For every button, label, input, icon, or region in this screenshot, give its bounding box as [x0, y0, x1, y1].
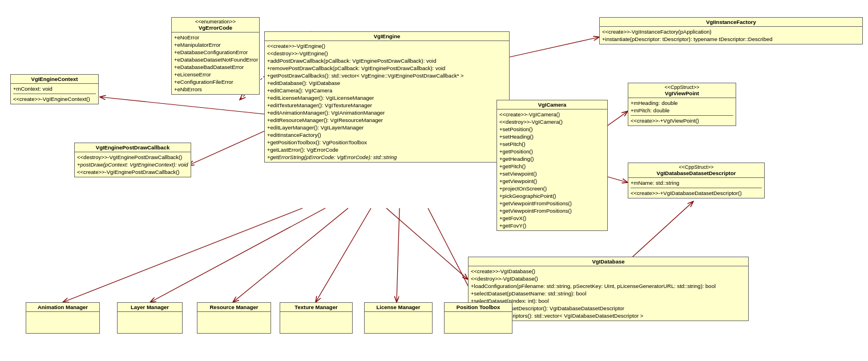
svg-line-3	[100, 97, 264, 114]
box-vgidatabasedatasetdescriptor-body: +mName: std::string <<create>>-+VgIDatab…	[628, 178, 764, 198]
svg-line-10	[63, 208, 302, 302]
box-vgienginepostdrawcallback: VgIEnginePostDrawCallback <<destroy>>-Vg…	[74, 143, 191, 177]
box-vgiinstancefactory-body: <<create>>-VgIInstanceFactory(pApplicati…	[600, 27, 862, 44]
svg-line-12	[233, 208, 348, 302]
box-texture-manager-body	[280, 312, 352, 314]
box-layer-manager-body	[118, 312, 182, 314]
box-resource-manager-title: Resource Manager	[197, 303, 271, 312]
box-vgienginecontext-body: +mContext: void <<create>>-VgIEngineCont…	[11, 84, 98, 104]
svg-line-5	[510, 37, 599, 57]
box-vgiviewpoint: <<CppStruct>> VgIViewPoint +mHeading: do…	[628, 83, 736, 126]
box-vgicamera-title: VgICamera	[497, 100, 607, 109]
box-vgerrorcode: <<enumeration>> VgErrorCode +eNoError +e…	[171, 17, 260, 95]
svg-line-4	[188, 131, 264, 165]
box-animation-manager-body	[26, 312, 99, 314]
box-license-manager: License Manager	[364, 302, 433, 334]
diagram-container: VgIEngine <<create>>-VgIEngine() <<destr…	[0, 0, 868, 361]
box-vgiengine-title: VgIEngine	[265, 32, 509, 41]
box-position-toolbox-body	[445, 312, 512, 314]
box-texture-manager: Texture Manager	[280, 302, 353, 334]
box-layer-manager-title: Layer Manager	[118, 303, 182, 312]
box-animation-manager: Animation Manager	[26, 302, 100, 334]
box-vgerrorcode-title: <<enumeration>> VgErrorCode	[172, 18, 259, 33]
box-texture-manager-title: Texture Manager	[280, 303, 352, 312]
svg-line-7	[608, 111, 628, 125]
box-vgerrorcode-body: +eNoError +eManipulatorError +eDatabaseC…	[172, 33, 259, 94]
box-position-toolbox-title: Position Toolbox	[445, 303, 512, 312]
box-vgicamera: VgICamera <<create>>-VgICamera() <<destr…	[496, 100, 608, 231]
svg-line-8	[608, 177, 628, 182]
box-vgienginecontext-title: VgIEngineContext	[11, 75, 98, 84]
svg-line-11	[150, 208, 325, 302]
box-license-manager-title: License Manager	[365, 303, 432, 312]
box-animation-manager-title: Animation Manager	[26, 303, 99, 312]
box-vgiengine-body: <<create>>-VgIEngine() <<destroy>>-VgIEn…	[265, 41, 509, 162]
box-layer-manager: Layer Manager	[117, 302, 183, 334]
box-resource-manager: Resource Manager	[197, 302, 271, 334]
box-vgiengine: VgIEngine <<create>>-VgIEngine() <<destr…	[264, 31, 510, 163]
box-vgiinstancefactory-title: VgIInstanceFactory	[600, 18, 862, 27]
svg-line-14	[397, 208, 399, 302]
box-vgidatabase-title: VgIDatabase	[469, 257, 748, 266]
svg-line-9	[386, 208, 468, 279]
box-vgidatabasedatasetdescriptor: <<CppStruct>> VgIDatabaseDatasetDescript…	[628, 163, 765, 198]
svg-line-13	[316, 208, 371, 302]
box-license-manager-body	[365, 312, 432, 314]
box-vgiviewpoint-body: +mHeading: double +mPitch: double <<crea…	[628, 98, 736, 125]
box-vgienginepostdrawcallback-body: <<destroy>>-VgIEnginePostDrawCallback() …	[75, 152, 191, 177]
box-vgicamera-body: <<create>>-VgICamera() <<destroy>>-VgICa…	[497, 109, 607, 230]
box-vgiviewpoint-title: <<CppStruct>> VgIViewPoint	[628, 83, 736, 98]
box-vgidatabasedatasetdescriptor-title: <<CppStruct>> VgIDatabaseDatasetDescript…	[628, 163, 764, 178]
box-vgienginecontext: VgIEngineContext +mContext: void <<creat…	[10, 74, 99, 104]
box-vgienginepostdrawcallback-title: VgIEnginePostDrawCallback	[75, 143, 191, 152]
box-resource-manager-body	[197, 312, 271, 314]
box-position-toolbox: Position Toolbox	[444, 302, 512, 334]
box-vgiinstancefactory: VgIInstanceFactory <<create>>-VgIInstanc…	[599, 17, 863, 44]
